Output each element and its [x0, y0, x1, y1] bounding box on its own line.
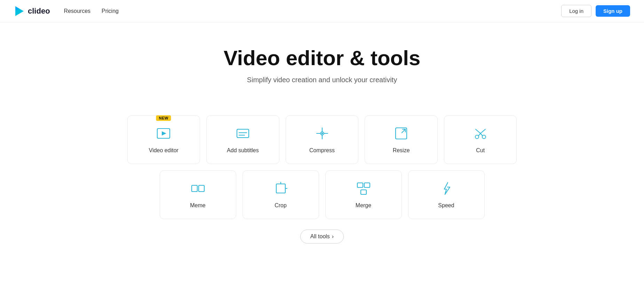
tool-card-add-subtitles[interactable]: Add subtitles	[206, 115, 279, 164]
svg-line-17	[402, 129, 405, 133]
tool-card-meme[interactable]: Meme	[160, 170, 236, 219]
tool-card-merge[interactable]: Merge	[325, 170, 402, 219]
tool-label-cut: Cut	[476, 147, 485, 154]
cut-icon	[473, 126, 488, 142]
header: clideo Resources Pricing Log in Sign up	[0, 0, 644, 22]
hero-title: Video editor & tools	[7, 47, 637, 70]
add-subtitles-icon	[235, 126, 251, 142]
tools-row-2: Meme Crop Merge	[127, 170, 517, 219]
svg-rect-29	[357, 183, 363, 187]
all-tools-button[interactable]: All tools ›	[300, 230, 344, 243]
tool-label-meme: Meme	[190, 202, 205, 209]
tool-label-compress: Compress	[309, 147, 335, 154]
video-editor-icon	[156, 126, 171, 142]
login-button[interactable]: Log in	[561, 5, 591, 17]
tool-label-add-subtitles: Add subtitles	[227, 147, 259, 154]
merge-icon	[356, 181, 371, 198]
tools-row-1: NEW Video editor Add subtitles	[127, 115, 517, 164]
tool-card-resize[interactable]: Resize	[365, 115, 438, 164]
tools-section: NEW Video editor Add subtitles	[113, 115, 531, 264]
tool-label-crop: Crop	[275, 202, 287, 209]
new-badge: NEW	[156, 115, 171, 121]
main-nav: Resources Pricing	[64, 8, 562, 14]
all-tools-label: All tools	[310, 233, 330, 240]
all-tools-wrap: All tools ›	[127, 230, 517, 243]
tool-label-speed: Speed	[438, 202, 454, 209]
tool-label-video-editor: Video editor	[149, 147, 178, 154]
chevron-right-icon: ›	[332, 233, 334, 240]
logo-text: clideo	[28, 7, 50, 16]
compress-icon	[315, 126, 330, 142]
nav-pricing[interactable]: Pricing	[102, 8, 119, 14]
svg-point-15	[321, 133, 323, 134]
svg-rect-4	[237, 129, 249, 138]
speed-icon	[439, 181, 454, 198]
svg-rect-25	[199, 185, 204, 192]
tool-label-resize: Resize	[393, 147, 410, 154]
tool-card-speed[interactable]: Speed	[408, 170, 485, 219]
logo[interactable]: clideo	[14, 6, 50, 17]
hero-subtitle: Simplify video creation and unlock your …	[7, 76, 637, 84]
meme-icon	[190, 181, 206, 198]
svg-rect-26	[276, 184, 285, 193]
crop-icon	[273, 181, 288, 198]
tool-label-merge: Merge	[356, 202, 371, 209]
svg-marker-3	[162, 131, 166, 136]
tool-card-compress[interactable]: Compress	[286, 115, 359, 164]
svg-line-22	[476, 129, 480, 133]
svg-line-21	[480, 133, 483, 136]
signup-button[interactable]: Sign up	[596, 5, 630, 17]
resize-icon	[393, 126, 409, 142]
svg-rect-24	[192, 185, 197, 192]
svg-rect-30	[364, 183, 370, 187]
header-actions: Log in Sign up	[561, 5, 630, 17]
svg-line-20	[478, 133, 480, 136]
tool-card-crop[interactable]: Crop	[243, 170, 319, 219]
svg-rect-31	[361, 190, 366, 194]
logo-icon	[14, 6, 25, 17]
tool-card-video-editor[interactable]: NEW Video editor	[127, 115, 200, 164]
nav-resources[interactable]: Resources	[64, 8, 90, 14]
hero-section: Video editor & tools Simplify video crea…	[0, 22, 644, 115]
svg-line-23	[480, 129, 485, 133]
tool-card-cut[interactable]: Cut	[444, 115, 517, 164]
